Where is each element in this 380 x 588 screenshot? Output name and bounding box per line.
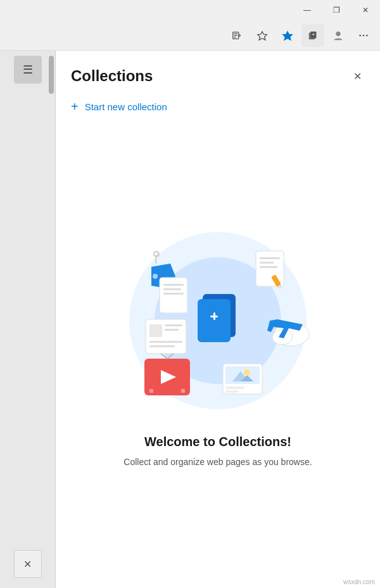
- sidebar-menu-button[interactable]: ☰: [14, 56, 42, 84]
- watermark: wsxdn.com: [343, 578, 375, 585]
- browser-toolbar: +: [0, 20, 380, 51]
- svg-rect-42: [181, 389, 185, 393]
- title-bar: — ❐ ✕: [0, 0, 380, 20]
- svg-point-14: [153, 274, 158, 279]
- svg-rect-29: [149, 341, 182, 343]
- minimize-button[interactable]: —: [293, 0, 322, 20]
- svg-rect-27: [165, 324, 182, 326]
- new-collection-button[interactable]: + Start new collection: [56, 94, 380, 119]
- svg-point-11: [363, 34, 365, 36]
- svg-rect-41: [149, 389, 153, 393]
- svg-rect-48: [225, 387, 244, 389]
- svg-line-38: [161, 354, 167, 359]
- hamburger-icon: ☰: [23, 63, 33, 77]
- collections-illustration: [117, 226, 319, 416]
- read-aloud-icon[interactable]: [225, 24, 248, 47]
- svg-rect-26: [149, 324, 162, 337]
- sidebar-close-icon: ✕: [23, 558, 32, 570]
- profile-icon[interactable]: [327, 24, 350, 47]
- svg-rect-49: [225, 390, 238, 393]
- panel-header: Collections ✕: [56, 51, 380, 94]
- svg-rect-20: [260, 257, 280, 259]
- svg-rect-30: [149, 345, 175, 347]
- restore-button[interactable]: ❐: [322, 0, 351, 20]
- svg-line-39: [167, 354, 174, 359]
- new-collection-label: Start new collection: [85, 101, 167, 112]
- svg-point-10: [359, 34, 361, 36]
- favorites-icon[interactable]: [251, 24, 274, 47]
- svg-rect-17: [163, 288, 181, 290]
- more-options-icon[interactable]: [352, 24, 375, 47]
- illustration-container: [117, 226, 319, 416]
- close-button[interactable]: ✕: [351, 0, 380, 20]
- sidebar-close-button[interactable]: ✕: [14, 550, 42, 578]
- panel-title: Collections: [71, 67, 153, 85]
- svg-rect-15: [160, 278, 187, 313]
- svg-point-12: [366, 34, 368, 36]
- collections-toolbar-icon[interactable]: +: [301, 24, 324, 47]
- panel-close-button[interactable]: ✕: [347, 66, 367, 86]
- reading-list-icon[interactable]: [276, 24, 299, 47]
- svg-rect-18: [163, 293, 184, 295]
- svg-rect-21: [260, 262, 274, 264]
- svg-point-9: [336, 31, 340, 35]
- main-layout: ☰ ✕ Collections ✕ + Start new collection: [0, 51, 380, 588]
- svg-rect-32: [198, 299, 231, 342]
- svg-marker-4: [258, 31, 267, 40]
- collections-panel: Collections ✕ + Start new collection: [56, 51, 380, 588]
- svg-marker-5: [283, 31, 292, 40]
- plus-icon: +: [71, 100, 79, 113]
- sidebar: ☰ ✕: [0, 51, 56, 588]
- svg-rect-34: [213, 312, 215, 320]
- svg-point-47: [244, 369, 250, 376]
- welcome-subtitle: Collect and organize web pages as you br…: [124, 456, 312, 469]
- svg-rect-28: [165, 329, 179, 331]
- svg-rect-16: [163, 284, 184, 286]
- illustration-area: Welcome to Collections! Collect and orga…: [56, 119, 380, 588]
- svg-text:+: +: [312, 32, 315, 37]
- sidebar-scrollbar[interactable]: [49, 56, 54, 94]
- svg-rect-19: [256, 251, 284, 286]
- welcome-title: Welcome to Collections!: [144, 435, 291, 449]
- title-bar-controls: — ❐ ✕: [293, 0, 380, 20]
- svg-rect-22: [260, 266, 277, 268]
